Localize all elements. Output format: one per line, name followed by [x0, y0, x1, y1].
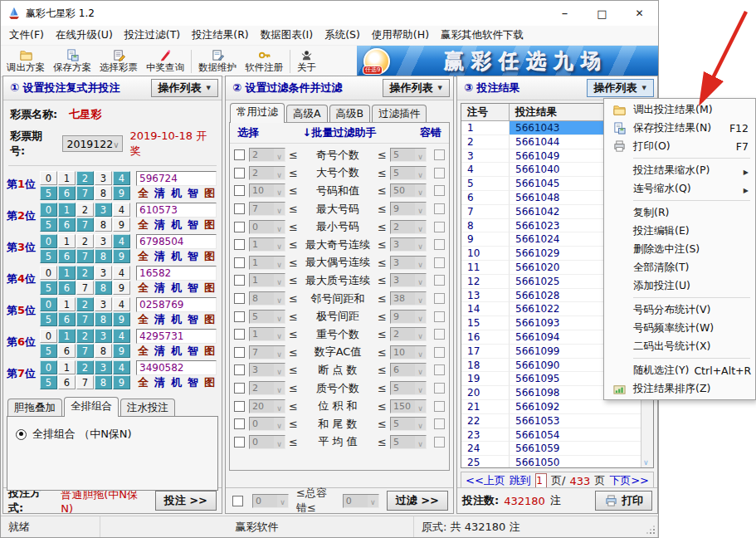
number-cell[interactable]: 5 — [40, 375, 57, 389]
menubar-item[interactable]: 赢彩其他软件下载 — [435, 27, 529, 44]
data-maintenance-button[interactable]: 数据维护 — [194, 46, 241, 76]
number-cell[interactable]: 1 — [58, 329, 76, 343]
random-link[interactable]: 机 — [171, 344, 182, 358]
random-link[interactable]: 机 — [171, 312, 182, 326]
min-spinner[interactable]: 2 — [249, 166, 285, 180]
number-cell[interactable]: 7 — [76, 186, 94, 200]
min-spinner[interactable]: 8 — [249, 291, 285, 306]
min-spinner[interactable]: 2 — [249, 381, 285, 395]
filter-button[interactable]: 过滤 >> — [387, 491, 448, 511]
next-page-link[interactable]: 下页>> — [609, 473, 649, 488]
number-cell[interactable]: 7 — [76, 312, 94, 326]
menu-item[interactable]: 添加投注(U) — [604, 276, 755, 295]
number-cell[interactable]: 4 — [113, 266, 130, 280]
number-cell[interactable]: 2 — [76, 360, 94, 374]
result-actions-button[interactable]: 操作列表 — [587, 79, 654, 97]
clear-link[interactable]: 清 — [154, 281, 165, 295]
min-spinner[interactable]: 7 — [249, 345, 285, 359]
number-cell[interactable]: 8 — [95, 312, 112, 326]
menu-item[interactable]: 投注编辑(E) — [604, 222, 755, 240]
bet-button[interactable]: 投注 >> — [155, 491, 217, 511]
number-cell[interactable]: 3 — [95, 360, 112, 374]
min-spinner[interactable]: 3 — [249, 363, 285, 377]
menu-item[interactable]: 调出投注结果(M) — [604, 100, 755, 119]
number-cell[interactable]: 6 — [58, 281, 76, 295]
max-spinner[interactable]: 38 — [390, 291, 427, 306]
menu-item[interactable]: 随机选注(Y)Ctrl+Alt+R — [604, 361, 755, 379]
max-spinner[interactable]: 2 — [390, 220, 427, 234]
load-plan-button[interactable]: 调出方案 — [2, 46, 49, 76]
min-spinner[interactable]: 0 — [249, 220, 285, 234]
position-value-input[interactable]: 596724 — [136, 171, 217, 186]
number-cell[interactable]: 7 — [76, 249, 94, 263]
result-row[interactable]: 235661054 — [461, 428, 641, 443]
filter-row-checkbox[interactable] — [234, 347, 245, 358]
maximize-icon[interactable] — [583, 1, 621, 26]
choose-lottery-button[interactable]: 选择彩票 — [95, 46, 142, 76]
filter-tab-0[interactable]: 常用过滤 — [230, 103, 285, 123]
menubar-item[interactable]: 在线升级(U) — [50, 27, 119, 44]
number-cell[interactable]: 5 — [40, 249, 57, 263]
number-cell[interactable]: 5 — [40, 344, 57, 358]
tolerance-checkbox[interactable] — [434, 239, 445, 250]
menu-item[interactable]: 投注结果缩水(P) — [604, 161, 755, 179]
number-cell[interactable]: 7 — [76, 218, 94, 232]
filter-row-checkbox[interactable] — [234, 311, 245, 322]
max-spinner[interactable]: 6 — [390, 363, 427, 377]
filter-row-checkbox[interactable] — [234, 329, 245, 340]
menu-item[interactable]: 打印(O)F7 — [604, 137, 755, 155]
clear-link[interactable]: 清 — [154, 249, 165, 263]
position-value-input[interactable]: 610573 — [136, 203, 217, 218]
max-spinner[interactable]: 10 — [390, 345, 427, 359]
menu-item[interactable]: 号码频率统计(W) — [604, 319, 755, 337]
number-cell[interactable]: 9 — [113, 281, 130, 295]
number-cell[interactable]: 5 — [40, 218, 57, 232]
number-cell[interactable]: 3 — [95, 329, 112, 343]
tolerance-checkbox[interactable] — [434, 437, 445, 448]
tolerance-checkbox[interactable] — [434, 222, 445, 232]
menubar-item[interactable]: 数据图表(I) — [255, 27, 319, 44]
issue-select[interactable]: 2019122 — [62, 135, 123, 152]
save-plan-button[interactable]: 保存方案 — [49, 46, 95, 76]
number-cell[interactable]: 8 — [95, 375, 112, 389]
number-cell[interactable]: 9 — [113, 249, 130, 263]
position-value-input[interactable]: 0258769 — [136, 297, 217, 312]
number-cell[interactable]: 1 — [58, 171, 76, 185]
tolerance-checkbox[interactable] — [434, 418, 445, 429]
number-cell[interactable]: 9 — [113, 344, 130, 358]
select-all-link[interactable]: 全 — [138, 281, 149, 295]
min-spinner[interactable]: 7 — [249, 202, 285, 216]
number-cell[interactable]: 3 — [95, 266, 112, 280]
min-spinner[interactable]: 1 — [249, 256, 285, 270]
number-cell[interactable]: 8 — [95, 186, 112, 200]
number-cell[interactable]: 4 — [113, 234, 130, 248]
smart-pick-link[interactable]: 智 — [188, 375, 198, 389]
min-spinner[interactable]: 1 — [249, 237, 285, 252]
total-tolerance-min-spinner[interactable]: 0 — [252, 494, 289, 508]
jump-label[interactable]: 跳到 — [510, 473, 531, 488]
min-spinner[interactable]: 2 — [249, 148, 285, 162]
filter-row-checkbox[interactable] — [234, 222, 245, 232]
number-cell[interactable]: 6 — [58, 375, 76, 389]
position-value-input[interactable]: 3490582 — [136, 360, 217, 375]
tolerance-checkbox[interactable] — [434, 203, 445, 214]
tolerance-checkbox[interactable] — [434, 185, 445, 196]
number-cell[interactable]: 0 — [40, 234, 57, 248]
number-cell[interactable]: 0 — [40, 297, 57, 311]
number-cell[interactable]: 5 — [40, 312, 57, 326]
number-cell[interactable]: 6 — [58, 344, 76, 358]
chart-link[interactable]: 图 — [204, 218, 215, 232]
number-cell[interactable]: 3 — [95, 203, 112, 217]
bet-tab-2[interactable]: 注水投注 — [120, 399, 175, 417]
menu-item[interactable]: 复制(R) — [604, 203, 755, 222]
prize-query-button[interactable]: 中奖查询 — [142, 46, 188, 76]
tolerance-checkbox[interactable] — [434, 383, 445, 394]
minimize-icon[interactable] — [546, 1, 583, 26]
result-row[interactable]: 255661050 — [461, 456, 641, 467]
select-all-link[interactable]: 全 — [138, 186, 149, 200]
filter-row-checkbox[interactable] — [234, 418, 245, 429]
chart-link[interactable]: 图 — [204, 186, 215, 200]
number-cell[interactable]: 3 — [95, 297, 112, 311]
select-all-link[interactable]: 全 — [138, 249, 149, 263]
clear-link[interactable]: 清 — [154, 218, 165, 232]
